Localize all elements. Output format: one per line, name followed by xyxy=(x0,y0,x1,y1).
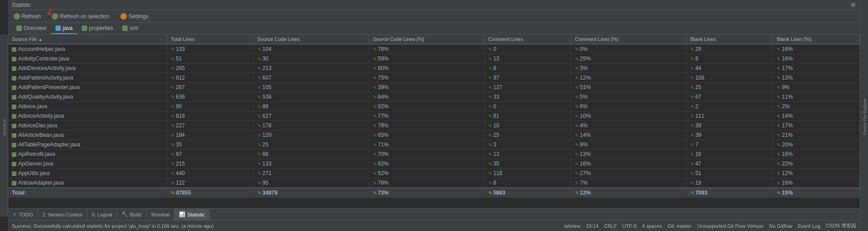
col-header-comment-lines-pct[interactable]: Comment Lines [%] xyxy=(571,35,686,44)
pencil-icon: ✎ xyxy=(373,47,377,52)
title-bar: Statistic ⚙ xyxy=(8,0,860,10)
indent-status[interactable]: 4 spaces xyxy=(642,223,662,229)
java-file-icon xyxy=(12,105,16,109)
col-header-blank-lines-pct[interactable]: Blank Lines [%] xyxy=(773,35,860,44)
cell-blank-lines: ✎8 xyxy=(686,54,773,64)
statistics-table-container: Source File Total Lines Source Code Line… xyxy=(8,35,860,208)
pencil-icon: ✎ xyxy=(575,142,579,147)
cell-source-code-lines-pct: ✎77% xyxy=(369,111,484,121)
bottom-tab-todo[interactable]: ✓ TODO xyxy=(8,209,38,220)
cell-source-code-lines: ✎178 xyxy=(253,121,369,131)
bottom-tab-build[interactable]: 🔨 Build xyxy=(117,209,146,220)
pencil-icon: ✎ xyxy=(777,104,780,109)
pencil-icon: ✎ xyxy=(373,191,377,196)
cell-blank-lines: ✎111 xyxy=(686,111,773,121)
cell-source-code-lines: ✎30 xyxy=(253,54,369,64)
col-header-total-lines[interactable]: Total Lines xyxy=(167,35,253,44)
pencil-icon: ✎ xyxy=(171,114,174,119)
cell-source-file: AdiviceDao.java xyxy=(8,121,167,131)
csdn-status[interactable]: CSDN 博客园 xyxy=(826,222,856,229)
cell-comment-lines-pct: ✎51% xyxy=(571,83,686,92)
tab-overview[interactable]: Overview xyxy=(12,23,51,34)
pencil-icon: ✎ xyxy=(777,47,780,52)
col-header-source-code-lines[interactable]: Source Code Lines xyxy=(253,35,369,44)
cell-comment-lines-pct: ✎12% xyxy=(571,73,686,83)
cell-source-code-lines: ✎25 xyxy=(253,140,369,150)
table-row: Adivice.java ✎96 ✎88 ✎92% ✎6 ✎6% ✎2 ✎2% xyxy=(8,102,860,111)
cell-source-file: AccountHelper.java xyxy=(8,44,167,54)
col-header-comment-lines[interactable]: Comment Lines xyxy=(484,35,571,44)
cell-comment-lines: ✎13 xyxy=(484,150,571,159)
cell-comment-lines-pct: ✎5% xyxy=(571,92,686,102)
pencil-icon: ✎ xyxy=(258,85,261,90)
bottom-tab-version-control[interactable]: 2: Version Control xyxy=(38,209,87,220)
col-header-blank-lines[interactable]: Blank Lines xyxy=(686,35,773,44)
col-header-source-file[interactable]: Source File xyxy=(8,35,167,44)
sidebar-device-file-explorer[interactable]: Device File Explorer xyxy=(862,96,868,137)
cell-comment-lines-pct: ✎7% xyxy=(571,178,686,188)
pencil-icon: ✎ xyxy=(171,181,174,186)
tab-java[interactable]: java xyxy=(51,23,77,34)
encoding-status[interactable]: UTF-8 xyxy=(622,223,636,229)
pencil-icon: ✎ xyxy=(575,123,579,128)
cell-total-lines: ✎265 xyxy=(167,64,253,73)
cell-comment-lines: ✎0 xyxy=(484,44,571,54)
right-sidebar: Device File Explorer xyxy=(860,0,868,231)
pencil-icon: ✎ xyxy=(690,161,694,166)
cell-comment-lines-pct: ✎9% xyxy=(571,140,686,150)
tab-java-label: java xyxy=(63,25,73,31)
settings-button[interactable]: Settings xyxy=(119,12,150,20)
event-log-status[interactable]: Event Log xyxy=(798,223,820,229)
pencil-icon: ✎ xyxy=(373,56,377,61)
cell-total-lines: ✎96 xyxy=(167,102,253,111)
cell-blank-lines-pct: ✎13% xyxy=(773,73,860,83)
pencil-icon: ✎ xyxy=(373,171,377,176)
pencil-icon: ✎ xyxy=(488,133,492,138)
cell-total-lines: ✎122 xyxy=(167,178,253,188)
pencil-icon: ✎ xyxy=(575,66,579,71)
bottom-tab-logcat[interactable]: 6: Logcat xyxy=(87,209,117,220)
cell-comment-lines-pct: ✎0% xyxy=(571,44,686,54)
refresh-button[interactable]: Refresh xyxy=(12,12,43,20)
cell-comment-lines: ✎6 xyxy=(484,102,571,111)
pencil-icon: ✎ xyxy=(690,47,694,52)
cell-total-lines: ✎215 xyxy=(167,159,253,169)
tab-xml[interactable]: xml xyxy=(118,23,143,34)
table-row: AddDevicesActivity.java ✎265 ✎213 ✎80% ✎… xyxy=(8,64,860,73)
pencil-icon: ✎ xyxy=(171,47,174,52)
line-ending-status[interactable]: CRLF xyxy=(604,223,617,229)
cell-total-lines: ✎227 xyxy=(167,121,253,131)
cell-source-code-lines: ✎627 xyxy=(253,111,369,121)
bottom-tab-terminal[interactable]: Terminal xyxy=(146,209,175,220)
tab-properties[interactable]: properties xyxy=(77,23,118,34)
cell-blank-lines: ✎19 xyxy=(686,178,773,188)
cell-total-lines: ✎97 xyxy=(167,150,253,159)
col-header-source-code-lines-pct[interactable]: Source Code Lines [%] xyxy=(369,35,484,44)
pencil-icon: ✎ xyxy=(373,114,377,119)
cell-comment-lines: ✎81 xyxy=(484,111,571,121)
window-title: Statistic xyxy=(12,2,31,8)
table-row: AddPatientActivity.java ✎812 ✎607 ✎75% ✎… xyxy=(8,73,860,83)
cell-source-code-lines-pct: ✎80% xyxy=(369,64,484,73)
sidebar-structure[interactable]: Structure xyxy=(1,117,8,138)
settings-icon[interactable]: ⚙ xyxy=(850,2,856,8)
bottom-tabs: ✓ TODO 2: Version Control 6: Logcat 🔨 Bu… xyxy=(8,208,860,220)
title-bar-controls: ⚙ xyxy=(850,2,856,8)
refresh-on-selection-button[interactable]: Refresh on selection xyxy=(50,12,111,20)
pencil-icon: ✎ xyxy=(258,104,261,109)
pencil-icon: ✎ xyxy=(258,47,261,52)
pencil-icon: ✎ xyxy=(171,152,174,157)
cell-source-code-lines-pct: ✎65% xyxy=(369,131,484,140)
pencil-icon: ✎ xyxy=(258,161,261,166)
pencil-icon: ✎ xyxy=(258,181,261,186)
cell-comment-lines: ✎97 xyxy=(484,73,571,83)
cell-total-comment-pct: ✎12% xyxy=(571,188,686,198)
bottom-tab-statistic[interactable]: 📊 Statistic xyxy=(174,209,210,220)
refresh-icon xyxy=(14,13,20,20)
cell-source-code-lines-pct: ✎78% xyxy=(369,121,484,131)
pencil-icon: ✎ xyxy=(373,95,377,100)
cell-source-code-lines-pct: ✎78% xyxy=(369,178,484,188)
pencil-icon: ✎ xyxy=(488,85,492,90)
cell-total-lines: ✎440 xyxy=(167,169,253,178)
cell-total-blank-pct: ✎15% xyxy=(773,188,860,198)
